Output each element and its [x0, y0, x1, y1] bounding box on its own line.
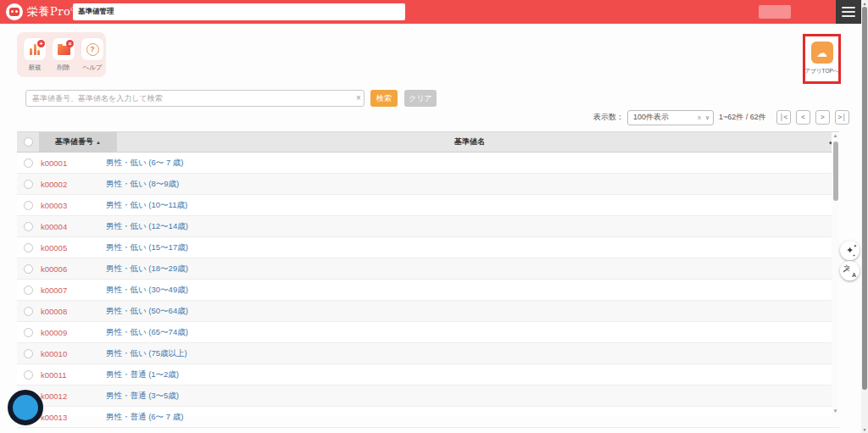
row-radio[interactable] — [24, 391, 33, 401]
row-number[interactable]: k00012 — [41, 386, 89, 406]
translate-button[interactable]: 文 A — [840, 261, 860, 280]
row-name[interactable]: 男性・低い (8〜9歳) — [89, 174, 839, 194]
table-scroll-up-icon[interactable]: ▲ — [832, 132, 839, 140]
app-top-button[interactable]: ☁ アプリTOPへ — [803, 34, 841, 84]
search-button[interactable]: 検索 — [370, 90, 398, 107]
pagination-bar: 表示数： 100件表示 x ∨ 1~62件 / 62件 |< < > >| — [593, 109, 861, 125]
column-header-number-label: 基準値番号 — [55, 136, 93, 147]
cloud-icon: ☁ — [811, 42, 833, 64]
row-name[interactable]: 男性・普通 (1〜2歳) — [89, 364, 839, 385]
table-scrollbar-thumb[interactable] — [833, 142, 838, 201]
row-number[interactable]: k00011 — [41, 364, 89, 385]
row-name[interactable]: 男性・低い (18〜29歳) — [89, 258, 839, 279]
row-number[interactable]: k00007 — [41, 280, 89, 300]
table-row[interactable]: k00008 男性・低い (50〜64歳) — [17, 301, 839, 322]
row-radio[interactable] — [24, 201, 33, 210]
row-radio[interactable] — [24, 158, 33, 168]
row-name[interactable]: 男性・低い (30〜49歳) — [89, 280, 839, 300]
row-radio[interactable] — [24, 328, 33, 337]
table-row[interactable]: k00006 男性・低い (18〜29歳) — [17, 258, 839, 280]
row-radio-cell — [17, 301, 39, 321]
sparkle-dot-icon: ✦ — [853, 253, 855, 258]
row-number[interactable]: k00002 — [41, 174, 89, 194]
table-row[interactable]: k00005 男性・低い (15〜17歳) — [17, 237, 839, 258]
hamburger-icon — [842, 7, 855, 8]
prev-page-button[interactable]: < — [796, 110, 810, 125]
row-name[interactable]: 男性・低い (75歳以上) — [89, 343, 839, 364]
row-radio[interactable] — [24, 286, 33, 295]
window-scrollbar-thumb[interactable] — [862, 7, 867, 390]
row-radio[interactable] — [24, 222, 33, 231]
row-name[interactable]: 男性・低い (6〜 7 歳) — [89, 153, 839, 173]
table-scroll-down-icon[interactable]: ▼ — [832, 408, 839, 415]
delete-button[interactable]: × 削除 — [53, 38, 75, 77]
help-button[interactable]: ? ヘルプ — [81, 38, 103, 77]
row-radio[interactable] — [24, 243, 33, 253]
row-name[interactable]: 男性・普通 (6〜 7 歳) — [89, 407, 839, 427]
row-name[interactable]: 男性・普通 (3〜5歳) — [89, 386, 839, 406]
search-clear-x-icon[interactable]: × — [353, 90, 364, 107]
column-header-name-label: 基準値名 — [454, 136, 485, 147]
row-number[interactable]: k00013 — [41, 407, 89, 427]
row-name[interactable]: 男性・低い (50〜64歳) — [89, 301, 839, 321]
row-name[interactable]: 男性・低い (65〜74歳) — [89, 322, 839, 342]
table-row[interactable]: k00011 男性・普通 (1〜2歳) — [17, 364, 839, 386]
column-header-number[interactable]: 基準値番号 ▲ — [39, 132, 117, 152]
page-size-select[interactable]: 100件表示 x ∨ — [627, 110, 714, 125]
menu-button[interactable] — [836, 0, 861, 24]
row-name[interactable]: 男性・低い (12〜14歳) — [89, 216, 839, 236]
new-button-label: 新規 — [29, 64, 42, 72]
table-row[interactable]: k00002 男性・低い (8〜9歳) — [17, 174, 839, 195]
row-radio[interactable] — [24, 413, 33, 422]
row-radio-cell — [17, 216, 39, 236]
search-input[interactable] — [25, 90, 364, 107]
row-number[interactable]: k00003 — [41, 195, 89, 215]
table-row[interactable]: k00007 男性・低い (30〜49歳) — [17, 280, 839, 301]
row-radio-cell — [17, 407, 39, 427]
row-radio[interactable] — [24, 349, 33, 358]
sort-asc-icon: ▲ — [96, 140, 101, 145]
row-number[interactable]: k00004 — [41, 216, 89, 236]
row-radio-cell — [17, 258, 39, 279]
row-radio-cell — [17, 195, 39, 215]
sparkle-mini-icon: ✦ — [854, 243, 857, 248]
table-header-row: 基準値番号 ▲ 基準値名 ◆ — [17, 132, 839, 153]
table-row[interactable]: k00004 男性・低い (12〜14歳) — [17, 216, 839, 237]
next-page-button[interactable]: > — [815, 110, 830, 125]
row-number[interactable]: k00001 — [41, 153, 89, 173]
sparkle-button[interactable]: ✦ ✦ ✦ — [840, 241, 860, 260]
row-number[interactable]: k00006 — [41, 258, 89, 279]
new-button[interactable]: + 新規 — [24, 38, 46, 77]
row-radio[interactable] — [24, 307, 33, 316]
header-radio[interactable] — [24, 137, 33, 147]
table-row[interactable]: k00009 男性・低い (65〜74歳) — [17, 322, 839, 343]
table-row[interactable]: k00013 男性・普通 (6〜 7 歳) — [17, 407, 839, 428]
row-radio[interactable] — [24, 180, 33, 189]
row-radio-cell — [17, 153, 39, 173]
last-page-button[interactable]: >| — [835, 110, 849, 125]
masked-user-chip — [759, 5, 791, 19]
row-name[interactable]: 男性・低い (15〜17歳) — [89, 237, 839, 258]
table-row[interactable]: k00003 男性・低い (10〜11歳) — [17, 195, 839, 216]
row-number[interactable]: k00010 — [41, 343, 89, 364]
clear-button[interactable]: クリア — [404, 90, 437, 107]
table-scrollbar: ▲ ▼ — [832, 132, 839, 415]
brand-logo-icon — [6, 3, 23, 20]
row-number[interactable]: k00005 — [41, 237, 89, 258]
column-header-name[interactable]: 基準値名 — [117, 132, 822, 152]
window-scroll-down-icon[interactable]: ▼ — [861, 426, 868, 433]
row-radio[interactable] — [24, 370, 33, 380]
window-scroll-up-icon[interactable]: ▲ — [861, 0, 868, 7]
delete-button-label: 削除 — [58, 64, 70, 72]
row-name[interactable]: 男性・低い (10〜11歳) — [89, 195, 839, 215]
row-radio-cell — [17, 280, 39, 300]
select-clear-icon[interactable]: x — [698, 114, 701, 121]
header-radio-cell — [17, 132, 39, 152]
row-number[interactable]: k00009 — [41, 322, 89, 342]
table-row[interactable]: k00001 男性・低い (6〜 7 歳) — [17, 153, 839, 174]
table-row[interactable]: k00010 男性・低い (75歳以上) — [17, 343, 839, 364]
row-number[interactable]: k00008 — [41, 301, 89, 321]
row-radio[interactable] — [24, 264, 33, 274]
table-row[interactable]: k00012 男性・普通 (3〜5歳) — [17, 386, 839, 407]
first-page-button[interactable]: |< — [776, 110, 791, 125]
